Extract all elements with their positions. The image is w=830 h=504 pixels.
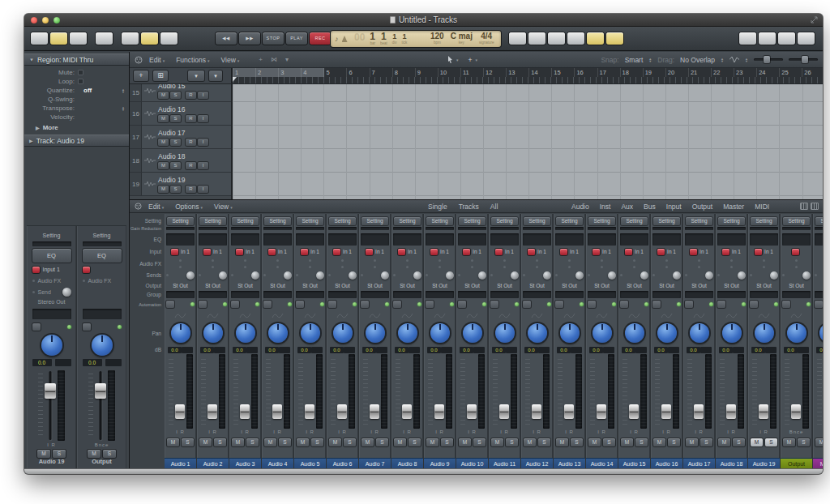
fader-handle[interactable] (661, 404, 671, 419)
eq-slot[interactable] (717, 233, 746, 246)
setting-button[interactable]: Setting (653, 217, 680, 225)
fx-slot-dot-icon[interactable] (439, 266, 441, 268)
pan-knob[interactable] (203, 323, 223, 343)
record-button[interactable]: R (186, 92, 196, 99)
input-label[interactable]: In 1 (408, 249, 417, 254)
automation-mode-button[interactable] (361, 301, 369, 308)
mute-button[interactable]: M (264, 438, 276, 446)
fader-handle[interactable] (240, 404, 250, 419)
key-value[interactable]: C maj (451, 32, 473, 41)
fader-handle[interactable] (45, 383, 56, 399)
fx-slot-dot-icon[interactable] (795, 259, 798, 262)
monitor-label[interactable]: I R (370, 429, 379, 435)
fx-slot-dot-icon[interactable] (633, 259, 635, 262)
channel-name[interactable]: Audio 17 (683, 458, 715, 468)
output-label[interactable]: St Out (302, 283, 317, 288)
input-label[interactable]: Input 1 (43, 267, 60, 272)
input-label[interactable]: In 1 (213, 249, 222, 254)
fader-handle[interactable] (175, 404, 185, 419)
record-enable-button[interactable] (657, 249, 665, 255)
mute-button[interactable]: M (426, 438, 439, 446)
group-slot[interactable] (393, 291, 421, 298)
region-inspector-header[interactable]: ▼ Region: MIDI Thru (24, 53, 129, 66)
volume-value[interactable]: 0.0 (83, 359, 102, 366)
mute-button[interactable]: M (491, 438, 503, 446)
monitor-label[interactable]: I R (727, 429, 736, 435)
automation-mode-button[interactable] (83, 323, 91, 331)
send-slot-dot-icon[interactable] (490, 274, 493, 276)
narrow-view-icon[interactable] (800, 203, 808, 210)
fx-slot-dot-icon[interactable] (212, 259, 214, 262)
send-slot-dot-icon[interactable] (782, 274, 785, 276)
mute-button[interactable]: M (621, 438, 633, 446)
send-slot-dot-icon[interactable] (263, 274, 266, 276)
bar-ruler[interactable]: 1234567891011121314151617181920212223242… (231, 68, 823, 83)
mixer-filter-button[interactable]: Bus (644, 203, 656, 211)
send-level-knob[interactable] (186, 271, 195, 280)
add-track-button[interactable]: + (134, 70, 148, 81)
mute-button[interactable]: M (588, 438, 601, 446)
channel-name[interactable]: Audio 15 (618, 458, 650, 468)
send-slot-dot-icon[interactable] (328, 274, 331, 276)
mixer-filter-button[interactable]: Inst (600, 203, 611, 211)
mute-button[interactable]: M (394, 438, 406, 446)
record-enable-button[interactable] (430, 249, 438, 255)
monitor-label[interactable]: I R (533, 429, 541, 435)
mute-button[interactable]: M (158, 92, 169, 99)
monitor-label[interactable]: I R (338, 429, 347, 435)
input-label[interactable]: In 1 (310, 249, 319, 254)
automation-mode-button[interactable] (328, 301, 336, 308)
channel-name[interactable]: Audio 3 (229, 458, 261, 468)
pan-knob[interactable] (755, 323, 774, 343)
record-enable-button[interactable] (495, 249, 503, 255)
disclosure-triangle-icon[interactable]: ▼ (29, 58, 34, 62)
mixer-menu-edit[interactable]: Edit▾ (148, 203, 164, 211)
monitor-label[interactable]: Bnce (95, 442, 109, 448)
volume-value[interactable]: 0.0 (362, 347, 376, 353)
fx-slot-dot-icon[interactable] (763, 266, 765, 268)
group-slot[interactable] (750, 291, 778, 298)
record-enable-button[interactable] (722, 249, 729, 255)
mixer-filter-button[interactable]: Aux (621, 203, 633, 211)
toolbar-button[interactable] (548, 32, 565, 45)
group-slot[interactable] (166, 291, 195, 298)
mute-button[interactable]: M (232, 438, 244, 446)
pan-knob[interactable] (819, 323, 824, 343)
record-enable-button[interactable] (203, 249, 211, 255)
automation-mode-button[interactable] (652, 301, 661, 308)
volume-value[interactable]: 0.0 (32, 359, 52, 366)
input-monitor-button[interactable]: I (198, 139, 208, 146)
monitor-label[interactable]: I R (597, 429, 606, 435)
solo-button[interactable]: S (376, 438, 388, 446)
record-enable-button[interactable] (366, 249, 373, 255)
setting-button[interactable]: Setting (167, 217, 194, 225)
automation-mode-button[interactable] (231, 301, 239, 308)
toolbar-button[interactable] (606, 32, 623, 45)
automation-mode-button[interactable] (815, 301, 823, 308)
output-label[interactable]: Stereo Out (38, 299, 66, 306)
group-slot[interactable] (685, 291, 713, 298)
fx-slot-dot-icon[interactable] (763, 259, 765, 262)
fader-handle[interactable] (467, 404, 477, 419)
record-enable-button[interactable] (301, 249, 308, 255)
monitor-label[interactable]: I R (662, 429, 671, 435)
output-label[interactable]: St Out (724, 283, 738, 288)
record-enable-button[interactable] (463, 249, 470, 255)
track-name[interactable]: Audio 17 (158, 129, 208, 137)
eq-slot[interactable] (652, 233, 681, 246)
pan-knob[interactable] (463, 323, 482, 343)
tool-menu-icon[interactable]: ▾ (285, 56, 289, 63)
fader-handle[interactable] (759, 404, 768, 419)
automation-mode-button[interactable] (426, 301, 434, 308)
output-label[interactable]: St Out (270, 283, 285, 288)
fx-slot-dot-icon[interactable] (665, 266, 668, 268)
stepper-icon[interactable] (122, 88, 125, 93)
output-label[interactable]: St Out (335, 283, 349, 288)
input-monitor-button[interactable]: I (198, 115, 208, 122)
pan-knob[interactable] (430, 323, 450, 343)
mixer-mode-all[interactable]: All (490, 203, 498, 211)
mixer-mode-single[interactable]: Single (428, 203, 447, 211)
pan-knob[interactable] (495, 323, 515, 343)
mute-button[interactable]: M (158, 139, 169, 146)
setting-button[interactable]: Setting (329, 217, 356, 225)
